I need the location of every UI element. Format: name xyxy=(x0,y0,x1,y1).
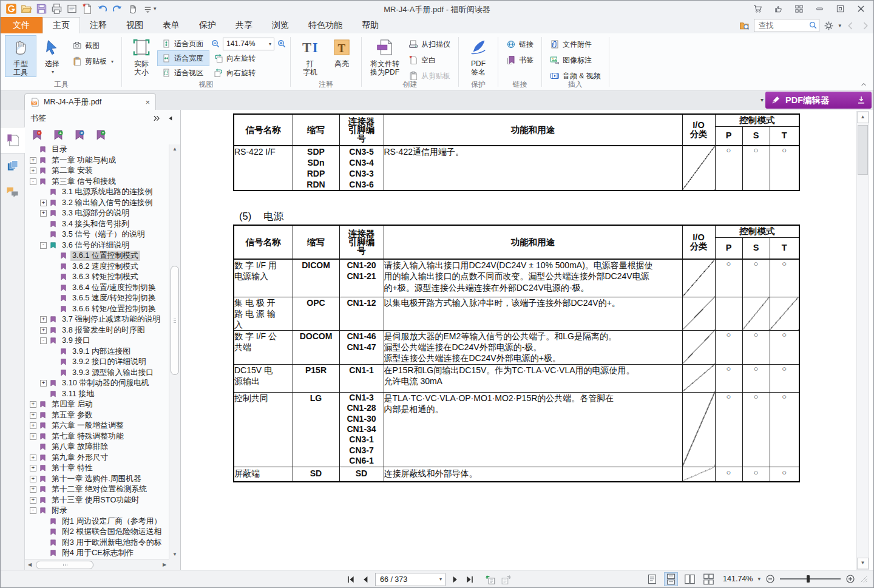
expand-bookmarks-icon[interactable] xyxy=(95,130,106,140)
bookmark-item[interactable]: + 第九章 外形尺寸 xyxy=(25,453,169,464)
email-document-icon[interactable] xyxy=(66,3,78,15)
search-options-caret-icon[interactable]: ▾ xyxy=(838,22,841,29)
rotate-right-button[interactable]: 向右旋转 xyxy=(209,65,286,81)
bookmark-item[interactable]: - 3.9 接口 xyxy=(25,336,169,346)
zoom-in-icon[interactable] xyxy=(277,39,286,49)
expand-icon[interactable]: + xyxy=(40,327,47,334)
highlight-button[interactable]: T 高亮 xyxy=(326,35,357,69)
new-from-template-icon[interactable]: * xyxy=(81,3,93,15)
previous-view-icon[interactable] xyxy=(484,574,496,585)
bookmark-item[interactable]: + 第六章 一般增益调整 xyxy=(25,421,169,431)
scrollbar-thumb[interactable] xyxy=(171,266,179,375)
bookmark-item[interactable]: + 第二章 安装 xyxy=(25,166,169,177)
image-annotation-button[interactable]: 图像标注 xyxy=(546,52,605,68)
scroll-down-icon[interactable]: ▼ xyxy=(857,558,869,569)
menu-tab-文件[interactable]: 文件 xyxy=(0,17,42,33)
delete-bookmark-icon[interactable]: × xyxy=(32,130,42,140)
share-icon[interactable] xyxy=(774,4,783,13)
full-screen-tiles-icon[interactable] xyxy=(794,4,804,13)
find-next-icon[interactable] xyxy=(860,21,870,31)
zoom-slider-thumb[interactable] xyxy=(807,575,810,583)
tab-close-icon[interactable]: × xyxy=(145,98,150,106)
bookmark-item[interactable]: + 3.3 电源部分的说明 xyxy=(25,208,169,219)
advanced-search-icon[interactable] xyxy=(739,21,750,31)
bookmark-item[interactable]: + 第十章 特性 xyxy=(25,463,169,474)
document-view[interactable]: (5)电源 信号名称 缩写 连接器引脚编号 功能和用途 I/O分类 控制模式 P… xyxy=(181,110,874,570)
fit-page-button[interactable]: 适合页面 xyxy=(157,36,209,52)
bookmark-item[interactable]: + 第十二章 绝对位置检测系统 xyxy=(25,484,169,495)
bookmark-item[interactable]: + 第四章 启动 xyxy=(25,399,169,410)
bookmark-item[interactable]: + 3.4 接头和信号排列 xyxy=(25,219,169,230)
menu-tab-特色功能[interactable]: 特色功能 xyxy=(299,17,352,33)
actual-size-button[interactable]: 实际大小 xyxy=(126,35,157,77)
expand-icon[interactable]: + xyxy=(30,476,36,482)
bookmark-item[interactable]: + 3.6.3 转矩控制模式 xyxy=(25,272,169,283)
zoom-level-combo[interactable]: 141.74%▾ xyxy=(223,38,274,50)
bookmark-item[interactable]: + 第五章 参数 xyxy=(25,410,169,421)
bookmark-item[interactable]: + 第十一章 选购件.周围机器 xyxy=(25,474,169,485)
bookmark-item[interactable]: + 附2 根据联合国危险物运送相 xyxy=(25,527,169,538)
scroll-up-icon[interactable]: ▲ xyxy=(857,112,869,123)
link-button[interactable]: 链接 xyxy=(502,36,538,52)
rotate-left-button[interactable]: 向左旋转 xyxy=(209,50,286,66)
sidebar-item-pages[interactable] xyxy=(0,154,24,179)
menu-tab-保护[interactable]: 保护 xyxy=(189,17,226,33)
search-options-gear-icon[interactable] xyxy=(824,21,834,31)
panel-menu-icon[interactable] xyxy=(152,115,161,122)
sidebar-item-comments[interactable] xyxy=(0,179,24,204)
close-icon[interactable] xyxy=(856,4,866,13)
clipboard-button[interactable]: 剪贴板▾ xyxy=(68,53,118,69)
bookmark-item[interactable]: + 3.9.3 源型输入输出接口 xyxy=(25,368,169,379)
bookmarks-horizontal-scrollbar[interactable]: ◀ ▶ xyxy=(25,559,169,570)
collapse-panel-icon[interactable] xyxy=(166,115,175,122)
bookmark-item[interactable]: + 3.8 报警发生时的时序图 xyxy=(25,325,169,336)
bookmark-item[interactable]: + 第十三章 使用STO功能时 xyxy=(25,495,169,506)
bookmark-item[interactable]: - 附录 xyxy=(25,505,169,516)
expand-icon[interactable]: + xyxy=(30,433,36,440)
minimize-icon[interactable] xyxy=(815,4,824,13)
foxit-logo-icon[interactable] xyxy=(5,3,17,15)
from-scanner-button[interactable]: 从扫描仪 xyxy=(404,36,455,52)
continuous-facing-layout-icon[interactable] xyxy=(702,572,716,586)
zoom-slider[interactable] xyxy=(780,575,841,583)
undo-icon[interactable] xyxy=(97,3,108,15)
expand-icon[interactable]: + xyxy=(30,486,36,493)
sidebar-item-bookmarks[interactable] xyxy=(0,127,25,154)
bookmark-item[interactable]: + 3.2 输出输入信号的连接例 xyxy=(25,198,169,209)
hand-tool-button[interactable]: 手型工具 xyxy=(5,35,36,77)
document-vertical-scrollbar[interactable]: ▲ ▼ xyxy=(856,111,869,570)
zoom-in-icon[interactable] xyxy=(845,574,855,584)
maximize-restore-icon[interactable] xyxy=(836,4,845,13)
menu-tab-表单[interactable]: 表单 xyxy=(153,17,189,33)
expand-icon[interactable]: + xyxy=(40,210,47,217)
expand-icon[interactable]: + xyxy=(40,200,47,206)
hand-dropdown-icon[interactable] xyxy=(127,3,138,15)
collapse-ribbon-icon[interactable] xyxy=(859,81,868,88)
bookmark-item[interactable]: + 目录 xyxy=(25,144,169,155)
bookmark-item[interactable]: + 第一章 功能与构成 xyxy=(25,155,169,166)
bookmark-item[interactable]: + 3.11 接地 xyxy=(25,389,169,400)
document-tab[interactable]: PDF MR-J4-A手册.pdf × xyxy=(24,93,156,110)
expand-icon[interactable]: + xyxy=(40,316,47,323)
menu-tab-浏览[interactable]: 浏览 xyxy=(262,17,299,33)
bookmark-button[interactable]: 书签 xyxy=(502,52,538,68)
bookmark-item[interactable]: + 第八章 故障排除 xyxy=(25,442,169,453)
expand-icon[interactable]: + xyxy=(30,422,36,429)
zoom-out-icon[interactable] xyxy=(765,574,775,584)
save-icon[interactable] xyxy=(36,3,47,15)
first-page-icon[interactable] xyxy=(346,575,356,584)
menu-tab-注释[interactable]: 注释 xyxy=(80,17,117,33)
print-icon[interactable] xyxy=(51,3,63,15)
scrollbar-thumb[interactable] xyxy=(36,561,93,569)
redo-icon[interactable] xyxy=(112,3,123,15)
select-tool-button[interactable]: 选择▾ xyxy=(36,35,68,77)
bookmark-item[interactable]: + 3.7 强制停止减速功能的说明 xyxy=(25,314,169,325)
bookmarks-vertical-scrollbar[interactable]: ▲ ▼ xyxy=(169,144,180,559)
expand-icon[interactable]: + xyxy=(30,455,36,461)
bookmark-item[interactable]: + 3.10 带制动器的伺服电机 xyxy=(25,378,169,389)
expand-icon[interactable]: + xyxy=(30,465,36,471)
menu-tab-视图[interactable]: 视图 xyxy=(117,17,153,33)
collapse-icon[interactable]: - xyxy=(30,507,36,514)
facing-layout-icon[interactable] xyxy=(683,572,697,586)
fit-width-button[interactable]: 适合宽度 xyxy=(157,50,209,66)
